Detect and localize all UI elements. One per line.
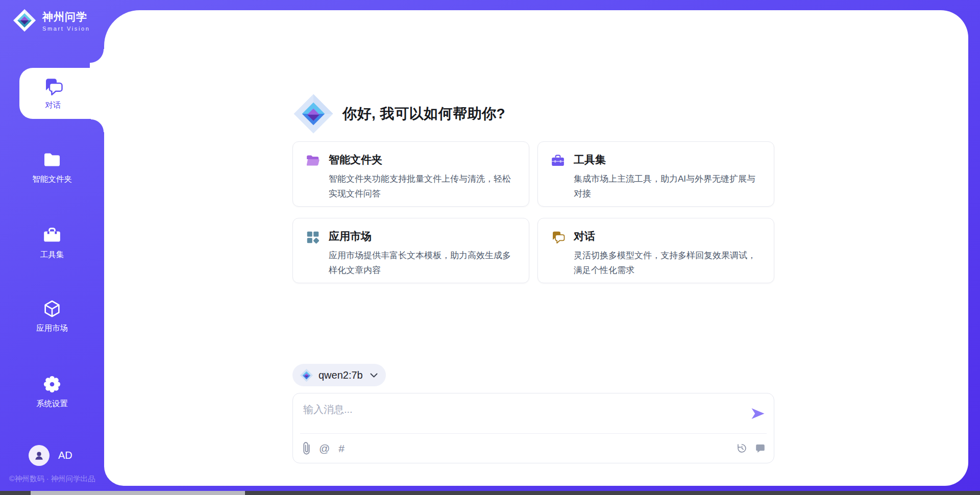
new-chat-button[interactable] — [755, 443, 766, 454]
sidebar-item-smart-folder[interactable]: 智能文件夹 — [0, 150, 104, 185]
greeting-text: 你好, 我可以如何帮助你? — [342, 104, 505, 123]
history-icon — [737, 443, 747, 454]
card-title: 对话 — [574, 229, 758, 243]
user-profile[interactable]: AD — [29, 445, 72, 466]
brand-subtitle: Smart Vision — [42, 26, 90, 32]
gear-icon — [42, 374, 62, 394]
sidebar-item-chat[interactable]: 对话 — [19, 68, 104, 119]
chat-bubbles-icon — [550, 230, 566, 245]
sidebar-item-label: 对话 — [45, 100, 61, 111]
avatar — [29, 445, 50, 466]
model-selector[interactable]: qwen2:7b — [292, 364, 386, 386]
copyright-text: ©神州数码 · 神州问学出品 — [9, 474, 95, 484]
brand-logo-icon — [12, 8, 37, 33]
send-button[interactable] — [750, 407, 766, 420]
sidebar-item-label: 应用市场 — [36, 323, 68, 334]
brand-name: 神州问学 — [42, 10, 90, 24]
user-initials: AD — [58, 450, 72, 461]
topic-button[interactable]: # — [338, 442, 345, 455]
chat-solid-icon — [755, 443, 766, 454]
sidebar-item-toolset[interactable]: 工具集 — [0, 225, 104, 260]
card-title: 应用市场 — [329, 229, 513, 243]
card-toolset[interactable]: 工具集 集成市场上主流工具，助力AI与外界无缝扩展与对接 — [537, 141, 774, 207]
sidebar-item-label: 系统设置 — [36, 399, 68, 409]
card-description: 灵活切换多模型文件，支持多样回复效果调试，满足个性化需求 — [574, 248, 758, 278]
briefcase-icon — [42, 225, 62, 245]
card-chat[interactable]: 对话 灵活切换多模型文件，支持多样回复效果调试，满足个性化需求 — [537, 218, 774, 283]
model-logo-icon — [300, 368, 313, 382]
brand: 神州问学 Smart Vision — [12, 8, 90, 33]
card-title: 智能文件夹 — [329, 153, 513, 167]
sidebar-item-settings[interactable]: 系统设置 — [0, 374, 104, 409]
card-smart-folder[interactable]: 智能文件夹 智能文件夹功能支持批量文件上传与清洗，轻松实现文件问答 — [292, 141, 529, 207]
attach-file-button[interactable] — [303, 441, 310, 455]
main-panel: 你好, 我可以如何帮助你? 智能文件夹 智能文件夹功能支持批量文件上传与清洗，轻… — [104, 10, 968, 486]
card-description: 集成市场上主流工具，助力AI与外界无缝扩展与对接 — [574, 171, 758, 201]
model-name: qwen2:7b — [318, 369, 363, 381]
greeting: 你好, 我可以如何帮助你? — [292, 93, 505, 135]
card-description: 应用市场提供丰富长文本模板，助力高效生成多样化文章内容 — [329, 248, 513, 278]
card-app-market[interactable]: 应用市场 应用市场提供丰富长文本模板，助力高效生成多样化文章内容 — [292, 218, 529, 283]
paperclip-icon — [303, 441, 310, 455]
feature-cards: 智能文件夹 智能文件夹功能支持批量文件上传与清洗，轻松实现文件问答 工具集 — [292, 141, 774, 283]
chat-bubbles-icon — [42, 76, 64, 97]
app-grid-icon — [305, 230, 321, 245]
assistant-logo-icon — [292, 93, 334, 135]
card-description: 智能文件夹功能支持批量文件上传与清洗，轻松实现文件问答 — [329, 171, 513, 201]
send-icon — [750, 407, 766, 420]
cube-icon — [42, 299, 62, 319]
sidebar-item-label: 智能文件夹 — [32, 174, 72, 185]
horizontal-scrollbar — [0, 491, 980, 495]
message-composer: @ # — [292, 393, 774, 463]
sidebar-item-label: 工具集 — [40, 250, 64, 260]
tab-curve-top — [90, 49, 104, 68]
app-window: 神州问学 Smart Vision 对话 智能文件夹 — [0, 0, 980, 495]
card-title: 工具集 — [574, 153, 758, 167]
mention-button[interactable]: @ — [319, 442, 330, 455]
folder-icon — [42, 150, 62, 170]
at-sign-icon: @ — [319, 442, 330, 455]
scrollbar-thumb[interactable] — [31, 491, 245, 495]
history-button[interactable] — [737, 443, 747, 454]
folder-open-icon — [305, 153, 321, 168]
sidebar-item-app-market[interactable]: 应用市场 — [0, 299, 104, 334]
briefcase-icon — [550, 153, 566, 168]
tab-curve-bottom — [91, 119, 104, 132]
hash-icon: # — [338, 442, 345, 455]
person-icon — [33, 450, 45, 461]
chevron-down-icon — [370, 373, 378, 378]
sidebar: 神州问学 Smart Vision 对话 智能文件夹 — [0, 0, 104, 495]
message-input[interactable] — [293, 393, 745, 433]
